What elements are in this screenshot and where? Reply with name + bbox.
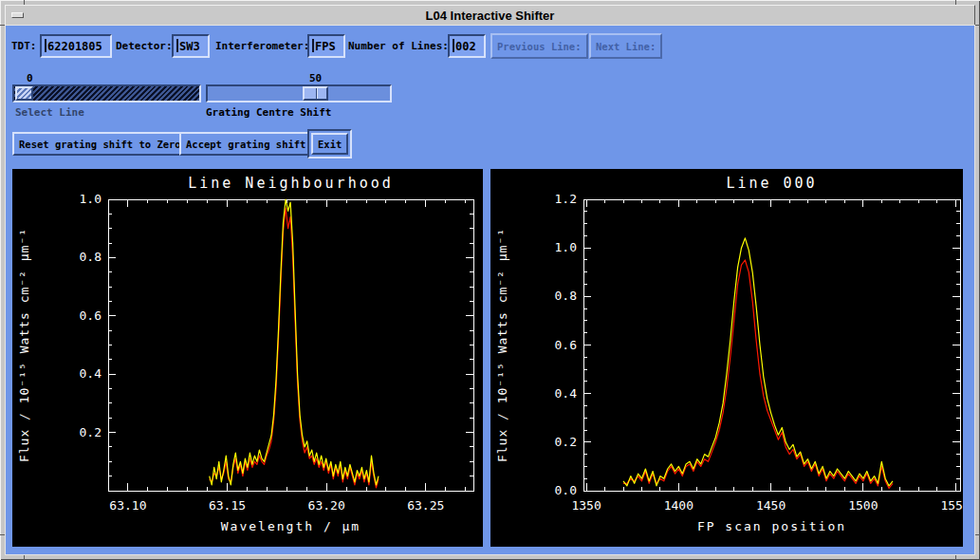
- y-tick-label: 1.2: [555, 192, 577, 206]
- text-caret-icon: [176, 39, 178, 52]
- select-line-slider: [12, 84, 201, 103]
- number-of-lines-label: Number of Lines:: [348, 40, 449, 52]
- x-tick-label: 1550: [940, 498, 963, 513]
- y-tick-label: 0.6: [555, 338, 577, 352]
- x-tick-label: 1450: [756, 498, 786, 513]
- y-tick-label: 1.0: [80, 192, 102, 206]
- interferometer-label: Interferometer:: [215, 40, 309, 52]
- detector-input[interactable]: [179, 36, 206, 56]
- x-tick-label: 1500: [848, 498, 878, 513]
- x-axis-label: Wavelength / µm: [221, 519, 361, 533]
- frame-separator: [974, 534, 980, 535]
- x-tick-label: 63.10: [109, 498, 146, 513]
- window-menu-button[interactable]: [9, 9, 27, 23]
- exit-button[interactable]: Exit: [311, 133, 348, 155]
- minimize-dash-icon: [11, 12, 24, 18]
- tdt-input[interactable]: [47, 36, 108, 56]
- app-window: L04 Interactive Shifter TDT: Detector: I…: [0, 0, 980, 560]
- frame-separator: [24, 554, 25, 560]
- axes-box: [108, 199, 473, 491]
- x-tick-label: 63.20: [308, 498, 345, 513]
- next-line-button: Next Line:: [589, 33, 662, 59]
- y-tick-label: 0.8: [80, 250, 102, 264]
- interferometer-input[interactable]: [315, 36, 342, 56]
- select-line-slider-thumb: [15, 86, 33, 101]
- select-line-label: Select Line: [15, 106, 84, 119]
- select-line-value: 0: [27, 72, 33, 84]
- thumb-groove-icon: [316, 88, 318, 99]
- number-of-lines-input[interactable]: [455, 36, 482, 56]
- y-tick-label: 0.8: [555, 289, 577, 303]
- y-tick-label: 0.2: [80, 425, 102, 439]
- axes-box: [583, 199, 960, 491]
- interferometer-field[interactable]: [307, 34, 345, 58]
- frame-separator: [24, 0, 25, 5]
- text-caret-icon: [45, 39, 46, 52]
- frame-separator: [974, 25, 980, 26]
- x-tick-label: 1350: [571, 498, 601, 513]
- tdt-label: TDT:: [11, 40, 37, 52]
- titlebar[interactable]: L04 Interactive Shifter: [5, 5, 975, 26]
- grating-shift-slider[interactable]: [206, 84, 392, 103]
- series-line-0: [210, 208, 379, 488]
- accept-grating-shift-button[interactable]: Accept grating shift: [179, 132, 312, 156]
- tdt-field[interactable]: [40, 34, 112, 58]
- plot-title: Line 000: [726, 175, 817, 192]
- frame-separator: [955, 0, 956, 5]
- series-line-1: [623, 238, 893, 486]
- number-of-lines-field[interactable]: [448, 34, 486, 58]
- grating-shift-label: Grating Centre Shift: [206, 106, 331, 119]
- window-title: L04 Interactive Shifter: [27, 9, 974, 23]
- reset-grating-shift-button[interactable]: Reset grating shift to Zero: [12, 132, 188, 156]
- text-caret-icon: [312, 39, 314, 52]
- y-tick-label: 0.0: [555, 483, 577, 497]
- y-tick-label: 0.4: [80, 366, 102, 381]
- line-neighbourhood-panel: 63.1063.1563.2063.250.20.40.60.81.0Line …: [12, 169, 483, 547]
- line-000-panel: 135014001450150015500.00.20.40.60.81.01.…: [490, 169, 963, 547]
- y-tick-label: 0.2: [555, 435, 577, 449]
- series-line-1: [210, 199, 379, 485]
- y-tick-label: 0.4: [555, 386, 578, 401]
- line-000-chart: 135014001450150015500.00.20.40.60.81.01.…: [490, 169, 963, 547]
- y-tick-label: 1.0: [555, 240, 577, 254]
- detector-label: Detector:: [116, 40, 173, 52]
- x-tick-label: 63.15: [209, 498, 246, 513]
- plot-title: Line Neighbourhood: [188, 175, 394, 192]
- client-area: TDT: Detector: Interferometer: Number of…: [6, 26, 974, 554]
- detector-field[interactable]: [172, 34, 210, 58]
- y-axis-label: Flux / 10⁻¹⁵ Watts cm⁻² µm⁻¹: [495, 228, 509, 462]
- y-tick-label: 0.6: [80, 308, 102, 323]
- y-axis-label: Flux / 10⁻¹⁵ Watts cm⁻² µm⁻¹: [17, 228, 31, 462]
- text-caret-icon: [453, 39, 454, 52]
- x-tick-label: 63.25: [407, 498, 444, 513]
- line-neighbourhood-chart: 63.1063.1563.2063.250.20.40.60.81.0Line …: [12, 169, 483, 547]
- frame-separator: [955, 554, 956, 560]
- series-line-0: [623, 260, 893, 488]
- previous-line-button: Previous Line:: [490, 33, 588, 59]
- exit-button-default-ring: Exit: [307, 129, 352, 159]
- x-tick-label: 1400: [664, 498, 693, 513]
- grating-shift-value: 50: [309, 72, 322, 84]
- x-axis-label: FP scan position: [697, 519, 846, 533]
- grating-shift-slider-thumb[interactable]: [303, 86, 328, 101]
